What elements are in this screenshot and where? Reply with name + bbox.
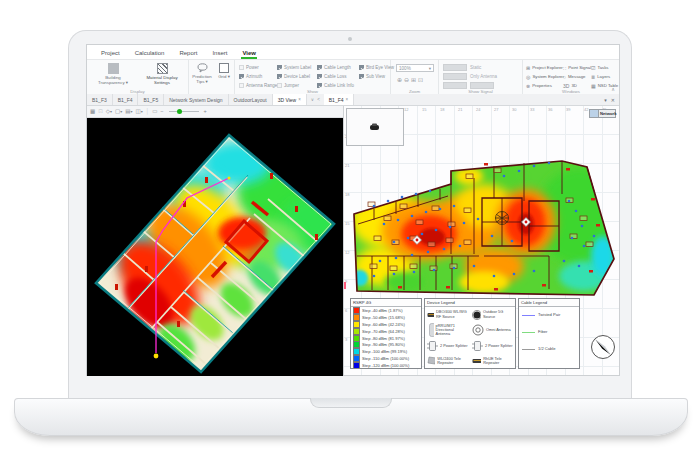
properties-icon: ⊗ [526, 83, 530, 89]
tele-repeater-icon [472, 357, 481, 365]
sub-view-checkbox[interactable] [359, 74, 364, 79]
tasks-button[interactable]: ☑Tasks [591, 63, 618, 72]
tab-3d-view[interactable]: 3D View× [273, 94, 307, 105]
3d-icon: 3D [563, 83, 569, 89]
network-chip[interactable]: Network [589, 109, 616, 118]
zoom-out-icon[interactable]: ⊖ [404, 76, 409, 83]
legend-color-chip [353, 362, 360, 369]
tab-scroll-left-icon[interactable]: < [317, 97, 320, 102]
preview-thumbnail-panel[interactable] [346, 108, 404, 146]
zoom-level-select[interactable]: 100% ▾ [396, 64, 434, 72]
prediction-tips-label: Prediction Tips ▾ [192, 74, 212, 84]
pane-menu-icon[interactable]: ▾ [604, 97, 607, 103]
close-icon[interactable]: × [346, 97, 349, 102]
transparency-minus-icon[interactable]: − [160, 109, 163, 115]
tab-scroll-down-icon[interactable]: ∨ [311, 97, 314, 102]
refresh-icon[interactable]: ⊡ [98, 109, 103, 115]
network-chip-icon [590, 110, 599, 117]
ribbon-group-show: Power Azimuth Antenna Range System Label… [235, 60, 391, 94]
building-transparency-button[interactable]: Building Transparency ▾ [93, 63, 133, 85]
zoom-level-value: 100% [399, 66, 411, 71]
rf-source-icon [427, 311, 434, 319]
prediction-tips-button[interactable]: Prediction Tips ▾ [191, 63, 213, 84]
ribbon-group-windows: ⊞Project Explorer ◎System Explorer ⊗Prop… [523, 60, 619, 94]
message-button[interactable]: ○Message [563, 72, 591, 81]
app-window: Project Calculation Report Insert View B… [86, 44, 620, 376]
building-transparency-label: Building Transparency ▾ [98, 75, 128, 85]
ribbon-collapse-icon[interactable]: ∧ [611, 86, 615, 92]
pan-icon[interactable]: ◇▾ [106, 109, 112, 115]
split-view-icon[interactable]: ◫▾ [136, 109, 143, 115]
checkbox-cable-length[interactable]: Cable Length [317, 63, 354, 72]
view-cube-icon[interactable]: ▢▾ [115, 109, 122, 115]
cable-length-checkbox[interactable] [317, 65, 322, 70]
3d-view-pane: ▦ ⊡ ◇▾ ▢▾ ▤▾ ◫▾ │ ▭ − + [87, 106, 344, 375]
toolbar-divider: │ [146, 109, 149, 115]
system-label-checkbox[interactable] [277, 65, 282, 70]
ribbon: Building Transparency ▾ Material Display… [87, 60, 619, 95]
snapshot-icon[interactable]: ▦ [90, 109, 95, 115]
speech-bubble-icon [197, 63, 208, 73]
tab-right-b1-f4[interactable]: B1_F4× [324, 94, 354, 105]
azimuth-checkbox[interactable] [239, 74, 244, 79]
checkbox-sub-view[interactable]: Sub View [359, 72, 394, 81]
checkbox-azimuth[interactable]: Azimuth [239, 72, 277, 81]
jumper-checkbox[interactable] [277, 83, 282, 88]
slider-knob[interactable] [177, 109, 182, 114]
bird-eye-view-checkbox[interactable] [359, 65, 364, 70]
menu-tab-project[interactable]: Project [100, 48, 121, 59]
transparency-plus-icon[interactable]: + [204, 109, 207, 115]
tab-b1-f3[interactable]: B1_F3 [87, 94, 113, 105]
menu-tab-insert[interactable]: Insert [211, 48, 228, 59]
layers-view-icon[interactable]: ▤▾ [125, 109, 132, 115]
material-display-settings-button[interactable]: Material Display Settings [139, 63, 185, 85]
transparency-slider[interactable] [169, 111, 199, 112]
tab-b1-f4[interactable]: B1_F4 [113, 94, 139, 105]
ribbon-group-show-signal: Static Only Antenna Show Signal [439, 60, 523, 94]
zoom-fit-icon[interactable]: ⊞ [411, 76, 416, 83]
only-antenna-label: Only Antenna [470, 74, 497, 79]
power-checkbox[interactable] [239, 65, 244, 70]
material-display-label: Material Display Settings [146, 75, 177, 85]
rsrp-legend-title: RSRP 4G [351, 299, 421, 307]
layers-button[interactable]: ≣Layers [591, 72, 618, 81]
tab-outdoorlayout[interactable]: OutdoorLayout [229, 94, 273, 105]
zoom-selection-icon[interactable]: ⊡ [418, 76, 423, 83]
laptop-base-notch [310, 398, 392, 408]
3d-heatmap-canvas[interactable] [87, 118, 343, 376]
plan-stairwell [496, 212, 509, 225]
rsrp-legend: RSRP 4G Step -40 dBm (1.87%) Step -50 dB… [350, 298, 422, 369]
menu-tab-report[interactable]: Report [178, 48, 198, 59]
network-chip-label: Network [599, 111, 617, 116]
cable-legend: Cable Legend Twisted Pair Fiber 1/2 Cabl… [518, 298, 580, 369]
static-label: Static [470, 65, 481, 70]
antenna-range-checkbox[interactable] [239, 83, 244, 88]
project-explorer-button[interactable]: ⊞Project Explorer [526, 63, 564, 72]
point-signal-button[interactable]: ∷Point Signal [563, 63, 591, 72]
fit-view-icon[interactable]: ▭ [152, 109, 157, 115]
signal-disabled-button-4 [470, 82, 494, 89]
device-label-checkbox[interactable] [277, 74, 282, 79]
power-splitter-icon [427, 340, 438, 352]
pane-close-icon[interactable]: ✕ [611, 97, 615, 103]
checkbox-device-label[interactable]: Device Label [277, 72, 311, 81]
outdoor-5g-source-icon [472, 310, 481, 320]
close-icon[interactable]: × [298, 97, 301, 102]
zoom-in-icon[interactable]: ⊕ [397, 76, 402, 83]
twisted-pair-line [522, 315, 535, 317]
thumbnail-glyph [347, 109, 403, 145]
menu-tab-view[interactable]: View [241, 48, 257, 59]
webcam-dot [348, 37, 352, 41]
checkbox-bird-eye-view[interactable]: Bird Eye View [359, 63, 394, 72]
signal-disabled-button-1 [443, 64, 467, 71]
tab-network-system-design[interactable]: Network System Design [164, 94, 228, 105]
grid-button[interactable]: Grid ▾ [215, 63, 233, 79]
cable-link-info-checkbox[interactable] [317, 83, 322, 88]
checkbox-system-label[interactable]: System Label [277, 63, 311, 72]
tab-b1-f5[interactable]: B1_F5 [138, 94, 164, 105]
system-explorer-button[interactable]: ◎System Explorer [526, 72, 564, 81]
checkbox-cable-loss[interactable]: Cable Loss [317, 72, 354, 81]
menu-tab-calculation[interactable]: Calculation [134, 48, 166, 59]
cable-loss-checkbox[interactable] [317, 74, 322, 79]
checkbox-power[interactable]: Power [239, 63, 277, 72]
